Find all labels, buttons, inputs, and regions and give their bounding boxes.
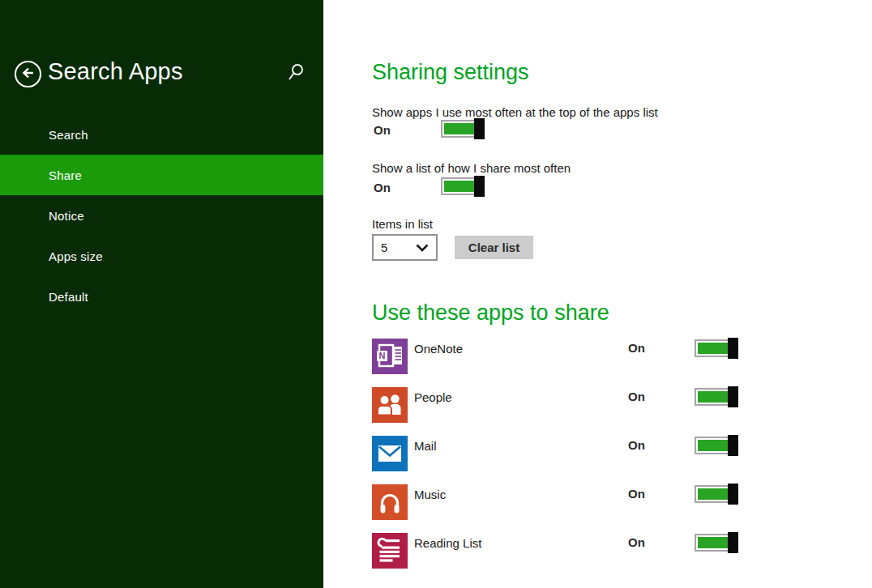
back-button[interactable] [15, 61, 41, 87]
toggle-fill [698, 391, 729, 403]
app-row-music: Music On [372, 484, 745, 520]
items-in-list-label: Items in list [372, 217, 433, 231]
app-state: On [628, 390, 645, 403]
toggle-knob[interactable] [728, 532, 738, 553]
toggle-fill [698, 440, 729, 451]
mail-icon [372, 436, 408, 471]
toggle-track [695, 437, 733, 454]
toggle-track [441, 120, 479, 138]
use-apps-title: Use these apps to share [372, 300, 609, 326]
onenote-toggle[interactable] [695, 338, 738, 359]
sharing-settings-title: Sharing settings [372, 60, 529, 85]
app-state: On [628, 341, 645, 355]
sidebar-nav: Search Share Notice Apps size Default [0, 114, 323, 317]
app-name: Reading List [414, 535, 481, 552]
setting-most-often-label: Show apps I use most often at the top of… [372, 105, 658, 119]
page-title: Search Apps [48, 58, 183, 85]
chevron-down-icon [416, 241, 429, 254]
setting-most-often-toggle[interactable] [441, 118, 485, 139]
app-state: On [628, 487, 645, 501]
sidebar-header: Search Apps [0, 53, 323, 94]
reading-list-toggle[interactable] [695, 532, 738, 553]
music-icon [372, 484, 408, 520]
app-name: Music [414, 487, 446, 503]
toggle-track [695, 534, 733, 552]
toggle-track [695, 339, 733, 357]
app-row-onenote: N OneNote On [372, 339, 745, 374]
toggle-fill [698, 343, 729, 354]
sidebar-item-apps-size[interactable]: Apps size [0, 236, 323, 276]
sidebar: Search Apps Search Share Notice Apps siz… [0, 0, 323, 588]
toggle-fill [444, 181, 476, 192]
sidebar-item-share[interactable]: Share [0, 155, 323, 195]
toggle-fill [698, 488, 729, 500]
mail-toggle[interactable] [695, 435, 738, 456]
toggle-track [695, 485, 733, 503]
toggle-track [695, 388, 733, 406]
toggle-knob[interactable] [728, 386, 738, 407]
app-name: People [414, 390, 452, 406]
sidebar-item-notice[interactable]: Notice [0, 195, 323, 236]
back-arrow-icon [20, 65, 36, 84]
search-icon[interactable] [287, 63, 305, 83]
settings-window: Search Apps Search Share Notice Apps siz… [0, 0, 872, 588]
music-toggle[interactable] [695, 484, 738, 505]
app-row-people: People On [372, 387, 745, 423]
setting-share-list-label: Show a list of how I share most often [372, 161, 571, 175]
toggle-knob[interactable] [728, 338, 738, 359]
toggle-fill [698, 537, 729, 548]
app-state: On [628, 535, 645, 549]
app-name: Mail [414, 438, 437, 454]
sidebar-item-default[interactable]: Default [0, 276, 323, 317]
toggle-knob[interactable] [728, 484, 738, 505]
app-row-reading-list: Reading List On [372, 533, 745, 569]
setting-share-list-state: On [374, 181, 391, 194]
sidebar-item-search[interactable]: Search [0, 114, 323, 155]
people-toggle[interactable] [695, 386, 738, 407]
content-panel: Sharing settings Show apps I use most of… [372, 0, 872, 588]
toggle-track [441, 177, 479, 195]
toggle-knob[interactable] [474, 176, 485, 197]
items-in-list-value: 5 [381, 241, 387, 254]
app-state: On [628, 438, 645, 452]
clear-list-button[interactable]: Clear list [455, 236, 533, 259]
toggle-knob[interactable] [728, 435, 738, 456]
reading-list-icon [372, 533, 408, 569]
svg-text:N: N [379, 351, 386, 360]
onenote-icon: N [372, 339, 408, 374]
setting-share-list-toggle[interactable] [441, 176, 485, 197]
app-name: OneNote [414, 341, 463, 357]
toggle-knob[interactable] [474, 118, 485, 139]
app-row-mail: Mail On [372, 436, 745, 471]
people-icon [372, 387, 408, 423]
setting-most-often-state: On [374, 123, 391, 137]
items-in-list-select[interactable]: 5 [372, 234, 438, 261]
toggle-fill [444, 123, 476, 134]
